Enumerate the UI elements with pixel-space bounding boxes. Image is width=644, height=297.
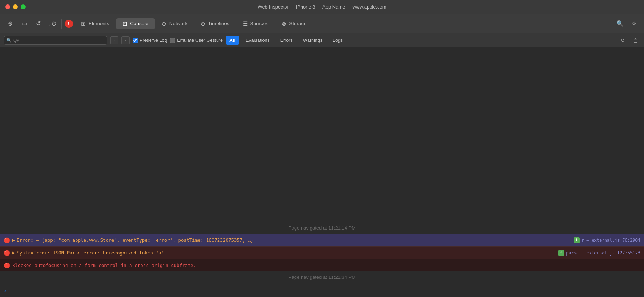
tab-storage[interactable]: ⊗ Storage <box>275 18 313 29</box>
device-icon: ▭ <box>21 20 27 27</box>
settings-button[interactable]: ⚙ <box>628 17 640 30</box>
nav-prev-button[interactable]: ‹ <box>110 36 118 44</box>
toolbar-right: 🔍 ⚙ <box>614 17 640 30</box>
download-icon-button[interactable]: ↓⊙ <box>46 17 58 30</box>
network-icon: ⊙ <box>162 20 167 27</box>
error-text-1: Error: – {app: "com.apple.www.Store", ev… <box>17 237 570 243</box>
search-icon: 🔍 <box>616 20 624 27</box>
tab-sources[interactable]: ☰ Sources <box>236 18 275 29</box>
tab-sources-label: Sources <box>250 21 269 26</box>
tab-timelines[interactable]: ⊙ Timelines <box>194 18 236 29</box>
error-badge-icon: ! <box>68 21 70 26</box>
error-text-3: Blocked autofocusing on a form control i… <box>12 263 640 268</box>
compass-icon-button[interactable]: ⊕ <box>4 17 16 30</box>
compass-icon: ⊕ <box>8 20 13 27</box>
error-icon-2: 🔴 <box>4 250 10 256</box>
window-title: Web Inspector — iPhone 8 — App Name — ww… <box>258 4 386 10</box>
preserve-log-checkbox[interactable] <box>133 38 138 43</box>
main-toolbar: ⊕ ▭ ↺ ↓⊙ ! ⊞ Elements ⊡ Console ⊙ Networ… <box>0 14 644 33</box>
tab-console[interactable]: ⊡ Console <box>116 18 155 29</box>
title-bar: Web Inspector — iPhone 8 — App Name — ww… <box>0 0 644 14</box>
filter-errors-button[interactable]: Errors <box>276 36 296 45</box>
storage-icon: ⊗ <box>282 20 286 27</box>
tab-console-label: Console <box>130 21 148 26</box>
expand-arrow-2[interactable]: ▶ <box>12 251 15 255</box>
f-badge-2: f <box>558 250 564 256</box>
tab-timelines-label: Timelines <box>208 21 229 26</box>
filter-logs-button[interactable]: Logs <box>329 36 346 45</box>
tab-storage-label: Storage <box>289 21 306 26</box>
maximize-button[interactable] <box>21 4 26 9</box>
download-icon: ↓⊙ <box>48 20 56 27</box>
error-icon-1: 🔴 <box>4 237 10 243</box>
emulate-user-gesture-text: Emulate User Gesture <box>177 38 223 43</box>
emulate-user-gesture-checkbox[interactable] <box>170 38 175 43</box>
search-box[interactable]: 🔍 <box>4 36 107 45</box>
device-icon-button[interactable]: ▭ <box>18 17 30 30</box>
search-small-icon: 🔍 <box>6 38 12 43</box>
prompt-arrow-icon: › <box>4 287 6 293</box>
f-badge-1: f <box>574 237 580 243</box>
trash-icon: 🗑 <box>633 37 638 43</box>
error-row-1[interactable]: 🔴 ▶ Error: – {app: "com.apple.www.Store"… <box>0 234 644 246</box>
timelines-icon: ⊙ <box>201 20 205 27</box>
error-row-2[interactable]: 🔴 ▶ SyntaxError: JSON Parse error: Unrec… <box>0 246 644 259</box>
emulate-user-gesture-label[interactable]: Emulate User Gesture <box>170 38 223 43</box>
tab-network-label: Network <box>169 21 188 26</box>
expand-arrow-1[interactable]: ▶ <box>12 238 15 242</box>
search-input[interactable] <box>13 38 105 43</box>
console-icon: ⊡ <box>123 20 127 27</box>
traffic-lights <box>5 4 26 9</box>
error-text-2: SyntaxError: JSON Parse error: Unrecogni… <box>17 250 554 256</box>
clear-log-button[interactable]: 🗑 <box>631 36 640 45</box>
filter-all-button[interactable]: All <box>226 36 239 45</box>
error-source-1[interactable]: f r — external.js:76:2904 <box>574 237 640 243</box>
refresh-log-button[interactable]: ↺ <box>618 36 628 45</box>
filter-bar: 🔍 ‹ › Preserve Log Emulate User Gesture … <box>0 33 644 47</box>
preserve-log-checkbox-label[interactable]: Preserve Log <box>133 38 167 43</box>
console-input[interactable] <box>9 287 640 293</box>
error-source-2[interactable]: f parse — external.js:127:55173 <box>558 250 640 256</box>
empty-space <box>0 47 644 222</box>
reload-icon-button[interactable]: ↺ <box>32 17 44 30</box>
error-badge[interactable]: ! <box>65 20 73 28</box>
nav-next-button[interactable]: › <box>121 36 130 44</box>
sources-icon: ☰ <box>243 20 248 27</box>
toolbar-divider <box>61 19 62 29</box>
error-row-3[interactable]: 🔴 Blocked autofocusing on a form control… <box>0 259 644 271</box>
reload-icon: ↺ <box>36 20 41 27</box>
refresh-icon: ↺ <box>621 37 625 43</box>
filter-evaluations-button[interactable]: Evaluations <box>242 36 274 45</box>
bottom-bar: › <box>0 283 644 297</box>
source-file-2: parse — external.js:127:55173 <box>566 250 640 256</box>
tab-elements-label: Elements <box>88 21 109 26</box>
error-icon-3: 🔴 <box>4 263 10 268</box>
gear-icon: ⚙ <box>631 20 637 27</box>
page-nav-message-1: Page navigated at 11:21:14 PM <box>0 222 644 234</box>
tab-elements[interactable]: ⊞ Elements <box>74 18 116 29</box>
elements-icon: ⊞ <box>81 20 86 27</box>
console-content: Page navigated at 11:21:14 PM 🔴 ▶ Error:… <box>0 47 644 283</box>
nav-tabs: ⊞ Elements ⊡ Console ⊙ Network ⊙ Timelin… <box>74 18 612 29</box>
preserve-log-label: Preserve Log <box>140 38 167 43</box>
source-file-1: r — external.js:76:2904 <box>581 238 640 243</box>
close-button[interactable] <box>5 4 10 9</box>
tab-network[interactable]: ⊙ Network <box>155 18 194 29</box>
page-nav-message-2: Page navigated at 11:21:34 PM <box>0 271 644 283</box>
filter-warnings-button[interactable]: Warnings <box>299 36 326 45</box>
search-button[interactable]: 🔍 <box>614 17 626 30</box>
minimize-button[interactable] <box>13 4 18 9</box>
